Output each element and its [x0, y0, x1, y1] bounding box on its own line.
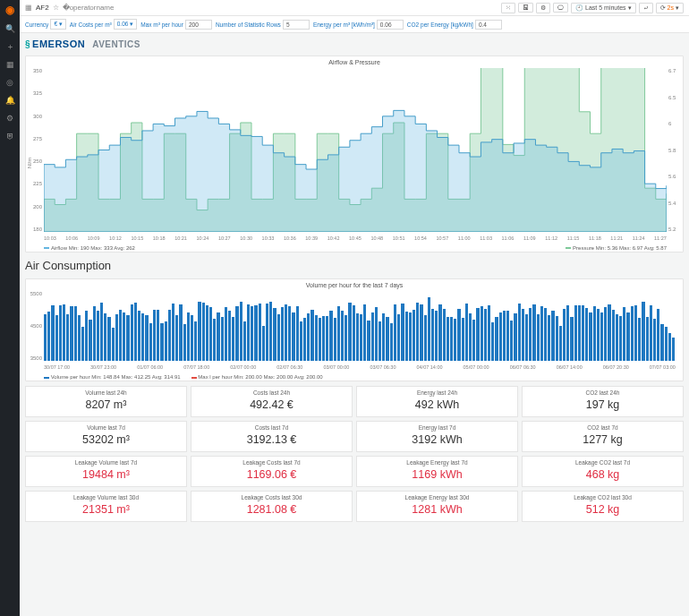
variable-input[interactable]: 0.06 — [377, 20, 404, 30]
plus-icon[interactable]: ＋ — [4, 41, 15, 52]
stat-panel[interactable]: Energy last 7d3192 kWh — [356, 421, 518, 452]
variable-label: CO2 per Energy [kg/kWh] — [407, 21, 473, 28]
refresh-button[interactable]: ⟳ 2s ▾ — [656, 3, 684, 13]
bar — [566, 305, 569, 361]
bar — [74, 306, 77, 361]
bar — [472, 320, 475, 361]
y-axis-left: 350325300275250225200180 — [28, 68, 42, 232]
variable-max-m-per-hour: Max m³ per hour200 — [140, 20, 212, 30]
variable-input[interactable]: 200 — [185, 20, 212, 30]
config-icon[interactable]: ⚙ — [4, 113, 15, 124]
stat-panel[interactable]: Leakage Energy last 30d1281 kWh — [356, 491, 518, 522]
bar — [570, 317, 573, 361]
variable-input[interactable]: 5 — [283, 20, 310, 30]
main-content: ▦ AF2 ☆ �operatorname ⁙ 🖫 ⚙ 🖵 🕘 Last 5 m… — [20, 0, 689, 616]
bar — [59, 305, 62, 361]
bar — [175, 315, 178, 361]
legend-airflow[interactable]: Airflow Min: 190 Max: 333 Avg: 262 — [44, 245, 135, 251]
stat-grid: Volume last 24h8207 m³Costs last 24h492.… — [25, 386, 684, 522]
bar — [379, 321, 381, 361]
bar — [657, 309, 659, 361]
stat-panel[interactable]: Leakage Energy last 7d1169 kWh — [356, 456, 518, 487]
panel-icon: ▦ — [25, 4, 32, 12]
bar — [123, 312, 125, 361]
stat-panel[interactable]: Volume last 24h8207 m³ — [25, 386, 187, 417]
legend-volume[interactable]: Volume per hour Min: 148.84 Max: 412.25 … — [44, 374, 181, 380]
bar — [382, 313, 385, 361]
legend-max[interactable]: Max l per hour Min: 200.00 Max: 200.00 A… — [191, 374, 323, 380]
variable-bar: Currency€ ▾Air Costs per m³0.06 ▾Max m³ … — [20, 16, 689, 33]
bar — [353, 305, 355, 361]
stat-panel[interactable]: Energy last 24h492 kWh — [356, 386, 518, 417]
stat-panel[interactable]: Leakage Volume last 7d19484 m³ — [25, 456, 187, 487]
bar — [153, 310, 156, 361]
variable-label: Max m³ per hour — [140, 21, 183, 28]
bar — [115, 314, 118, 361]
bar — [47, 312, 50, 361]
stat-title: Leakage Energy last 30d — [357, 494, 517, 500]
stat-panel[interactable]: CO2 last 7d1277 kg — [522, 421, 684, 452]
stat-title: Leakage CO2 last 30d — [523, 494, 683, 500]
star-icon[interactable]: ☆ — [53, 4, 59, 12]
bar — [371, 312, 374, 361]
bar — [551, 311, 554, 361]
variable-currency: Currency€ ▾ — [25, 19, 66, 30]
zoom-out-button[interactable]: ⤾ — [639, 3, 653, 13]
bar — [262, 326, 265, 361]
shield-icon[interactable]: ⛨ — [4, 131, 15, 141]
settings-button[interactable]: ⚙ — [536, 3, 550, 13]
stat-panel[interactable]: Costs last 24h492.42 € — [191, 386, 353, 417]
time-range-picker[interactable]: 🕘 Last 5 minutes ▾ — [571, 3, 636, 13]
tv-button[interactable]: 🖵 — [553, 3, 568, 13]
panel-airflow-pressure: Airflow & Pressure 350325300275250225200… — [25, 56, 684, 252]
chart-airflow-pressure[interactable]: 350325300275250225200180 Nl/m 6.76.565.8… — [26, 68, 683, 252]
dashboards-icon[interactable]: ▦ — [4, 59, 15, 70]
bar — [653, 319, 656, 361]
search-icon[interactable]: 🔍 — [4, 23, 15, 34]
explore-icon[interactable]: ◎ — [4, 77, 15, 88]
bar — [450, 317, 453, 361]
bar — [145, 315, 148, 361]
grafana-logo-icon[interactable]: ◉ — [4, 4, 16, 16]
bar — [593, 306, 596, 361]
stat-panel[interactable]: Costs last 7d3192.13 € — [191, 421, 353, 452]
stat-panel[interactable]: CO2 last 24h197 kg — [522, 386, 684, 417]
bar — [319, 318, 321, 361]
bar — [476, 308, 479, 361]
stat-value: 1281.08 € — [191, 503, 352, 516]
share-icon[interactable]: �operatorname — [63, 4, 115, 12]
stat-panel[interactable]: Leakage Volume last 30d21351 m³ — [25, 491, 187, 522]
stat-panel[interactable]: Leakage CO2 last 30d512 kg — [522, 491, 684, 522]
variable-select[interactable]: € ▾ — [50, 19, 65, 30]
bar — [266, 304, 268, 361]
bar — [638, 318, 641, 361]
bar — [363, 304, 366, 361]
save-button[interactable]: 🖫 — [518, 3, 533, 13]
chart-volume[interactable]: 550045003500 30/07 17:0030/07 23:0001/07… — [26, 291, 683, 381]
stat-title: Volume last 24h — [26, 389, 186, 396]
stat-panel[interactable]: Leakage CO2 last 7d468 kg — [522, 456, 684, 487]
stat-panel[interactable]: Leakage Costs last 30d1281.08 € — [191, 491, 353, 522]
bar — [431, 309, 434, 361]
variable-input[interactable]: 0.4 — [475, 20, 502, 30]
bar — [89, 320, 91, 361]
variable-select[interactable]: 0.06 ▾ — [114, 19, 137, 30]
stat-value: 53202 m³ — [26, 433, 186, 446]
bar — [420, 304, 422, 361]
bar — [300, 321, 302, 361]
bar — [559, 326, 562, 361]
bar — [356, 313, 359, 361]
y-axis-right: 6.76.565.85.65.45.2 — [668, 68, 681, 232]
stat-panel[interactable]: Leakage Costs last 7d1169.06 € — [191, 456, 353, 487]
x-axis-ticks: 10:0310:0610:0910:1210:1510:1810:2110:24… — [44, 235, 667, 241]
add-panel-button[interactable]: ⁙ — [501, 3, 515, 13]
bar — [394, 304, 396, 361]
bar — [273, 308, 276, 361]
stat-panel[interactable]: Volume last 7d53202 m³ — [25, 421, 187, 452]
bar — [409, 312, 412, 361]
bar — [341, 311, 344, 361]
bar — [326, 316, 328, 361]
legend-pressure[interactable]: Pressure Min: 5.36 Max: 6.97 Avg: 5.87 — [566, 245, 667, 251]
bar — [631, 306, 634, 361]
alerting-icon[interactable]: 🔔 — [4, 95, 15, 106]
